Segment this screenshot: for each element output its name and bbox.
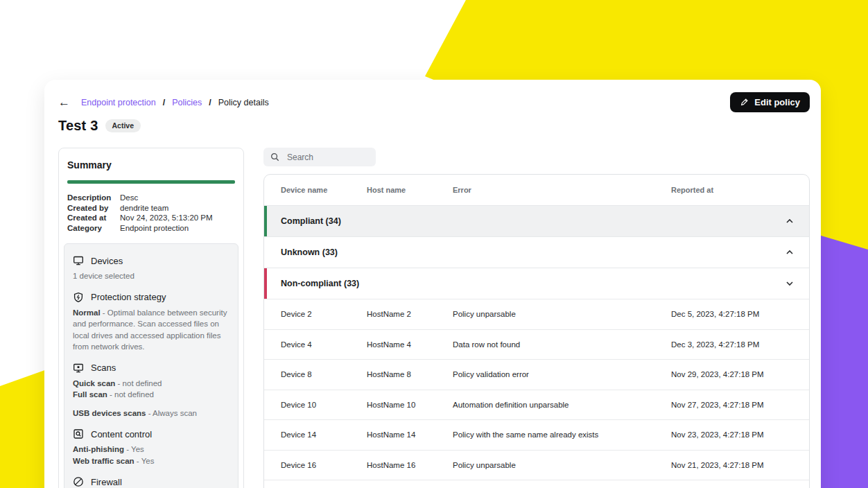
- cell-device-name: Device 8: [281, 370, 367, 378]
- group-row-non-compliant[interactable]: Non-compliant (33): [264, 268, 809, 299]
- policy-details-card: ← Endpoint protection / Policies / Polic…: [44, 80, 821, 488]
- cell-error: Policy with the same name already exists: [453, 430, 671, 439]
- field-label: Category: [67, 223, 120, 234]
- summary-panel: Summary Description Desc Created by dend…: [58, 148, 244, 488]
- group-accent-bar: [264, 268, 267, 299]
- group-row-unknown[interactable]: Unknown (33): [264, 236, 809, 268]
- section-header: Content control: [73, 428, 229, 439]
- cell-host-name: HostName 2: [367, 310, 453, 318]
- section-title: Devices: [91, 256, 123, 266]
- cell-reported-at: Nov 29, 2023, 4:27:18 PM: [671, 370, 792, 378]
- card-header: ← Endpoint protection / Policies / Polic…: [44, 80, 821, 112]
- summary-progress-bar: [67, 180, 235, 184]
- cell-reported-at: Nov 23, 2023, 4:27:18 PM: [671, 430, 792, 439]
- summary-section-devices: Devices1 device selected: [73, 255, 229, 282]
- cell-reported-at: Nov 27, 2023, 4:27:18 PM: [671, 401, 792, 409]
- section-title: Content control: [91, 429, 152, 439]
- setting-name: Full scan: [73, 390, 107, 399]
- summary-sections-box: Devices1 device selectedProtection strat…: [64, 243, 238, 488]
- breadcrumb-separator: /: [209, 98, 211, 107]
- section-line: Quick scan - not defined: [73, 378, 229, 390]
- section-header: Devices: [73, 255, 229, 266]
- setting-name: USB devices scans: [73, 409, 146, 417]
- search-input[interactable]: [286, 152, 365, 163]
- column-header-host-name: Host name: [367, 186, 453, 194]
- breadcrumb-link-policies[interactable]: Policies: [172, 98, 202, 107]
- setting-value: - Yes: [134, 457, 155, 465]
- chevron-down-icon[interactable]: [785, 279, 794, 288]
- setting-value: - not defined: [115, 379, 162, 387]
- breadcrumb-separator: /: [163, 98, 165, 107]
- section-line: Full scan - not defined: [73, 389, 229, 401]
- status-badge: Active: [105, 119, 141, 132]
- column-header-reported-at: Reported at: [671, 186, 792, 194]
- section-line: USB devices scans - Always scan: [73, 408, 229, 419]
- device-table-row[interactable]: Device 10HostName 10Automation definitio…: [264, 390, 809, 420]
- summary-field-created-by: Created by dendrite team: [67, 203, 235, 214]
- monitor-icon: [73, 255, 84, 266]
- summary-section-protection-strategy: Protection strategyNormal - Optimal bala…: [73, 292, 229, 353]
- group-row-compliant[interactable]: Compliant (34): [264, 205, 809, 236]
- cell-device-name: Device 14: [281, 430, 367, 439]
- cell-reported-at: Dec 5, 2023, 4:27:18 PM: [671, 310, 792, 318]
- device-table-row[interactable]: Device 14HostName 14Policy with the same…: [264, 419, 809, 450]
- summary-section-firewall: FirewallFirewall - YesAllow internet con…: [73, 476, 229, 488]
- cell-host-name: HostName 4: [367, 340, 453, 349]
- setting-value: - Always scan: [146, 409, 197, 417]
- chevron-up-icon[interactable]: [785, 217, 794, 225]
- breadcrumb-link-endpoint-protection[interactable]: Endpoint protection: [81, 98, 156, 107]
- device-table-row[interactable]: Device 2HostName 2Policy unparsableDec 5…: [264, 299, 809, 329]
- cell-error: Data row not found: [453, 340, 671, 349]
- device-table-row[interactable]: Device 16HostName 16Policy unparsableNov…: [264, 450, 809, 480]
- summary-field-description: Description Desc: [67, 193, 235, 203]
- breadcrumb-current-policy-details: Policy details: [218, 98, 269, 107]
- section-header: Firewall: [73, 476, 229, 487]
- field-value: Desc: [120, 193, 138, 203]
- group-label: Compliant (34): [281, 216, 341, 226]
- section-line: 1 device selected: [73, 270, 229, 282]
- shield-bolt-icon: [73, 292, 84, 303]
- devices-table: Device name Host name Error Reported at …: [263, 174, 810, 488]
- section-line: Normal - Optimal balance between securit…: [73, 307, 229, 353]
- cell-host-name: HostName 14: [367, 430, 453, 439]
- group-label: Non-compliant (33): [281, 279, 359, 288]
- cell-reported-at: Dec 3, 2023, 4:27:18 PM: [671, 340, 792, 349]
- section-line: Web traffic scan - Yes: [73, 455, 229, 467]
- setting-name: Normal: [73, 308, 101, 317]
- field-label: Created at: [67, 213, 120, 223]
- section-title: Scans: [91, 363, 116, 373]
- section-title: Firewall: [91, 477, 122, 487]
- back-arrow-icon[interactable]: ←: [58, 96, 70, 108]
- title-row: Test 3 Active: [44, 112, 821, 134]
- card-body: Summary Description Desc Created by dend…: [44, 134, 821, 488]
- section-header: Protection strategy: [73, 292, 229, 303]
- edit-policy-button[interactable]: Edit policy: [730, 92, 810, 112]
- summary-heading: Summary: [64, 157, 238, 171]
- cell-device-name: Device 16: [281, 461, 367, 469]
- summary-section-content-control: Content controlAnti-phishing - YesWeb tr…: [73, 428, 229, 467]
- search-field[interactable]: [263, 148, 376, 166]
- search-icon: [270, 152, 279, 162]
- cell-host-name: HostName 10: [367, 401, 453, 409]
- summary-field-category: Category Endpoint protection: [67, 223, 235, 234]
- device-table-row[interactable]: Device 8HostName 8Policy validation erro…: [264, 359, 809, 390]
- devices-content: Device name Host name Error Reported at …: [263, 148, 810, 488]
- cell-error: Policy unparsable: [453, 310, 671, 318]
- cell-host-name: HostName 16: [367, 461, 453, 469]
- summary-field-created-at: Created at Nov 24, 2023, 5:13:20 PM: [67, 213, 235, 223]
- summary-section-scans: ScansQuick scan - not definedFull scan -…: [73, 363, 229, 419]
- chevron-up-icon[interactable]: [785, 248, 794, 256]
- summary-fields: Description Desc Created by dendrite tea…: [67, 193, 235, 233]
- field-value: Endpoint protection: [120, 223, 189, 234]
- group-label: Unknown (33): [281, 247, 338, 257]
- cell-device-name: Device 4: [281, 340, 367, 349]
- device-table-row[interactable]: Device 4HostName 4Data row not foundDec …: [264, 329, 809, 360]
- table-body: Compliant (34)Unknown (33)Non-compliant …: [264, 205, 809, 488]
- table-header-row: Device name Host name Error Reported at: [264, 175, 809, 205]
- device-table-row[interactable]: Device 20HostName 20Unknown errorNov 17,…: [264, 480, 809, 488]
- setting-value: - Yes: [124, 445, 144, 453]
- content-control-icon: [73, 428, 84, 439]
- setting-name: Anti-phishing: [73, 445, 124, 453]
- field-label: Description: [67, 193, 120, 203]
- setting-value: - not defined: [107, 390, 154, 399]
